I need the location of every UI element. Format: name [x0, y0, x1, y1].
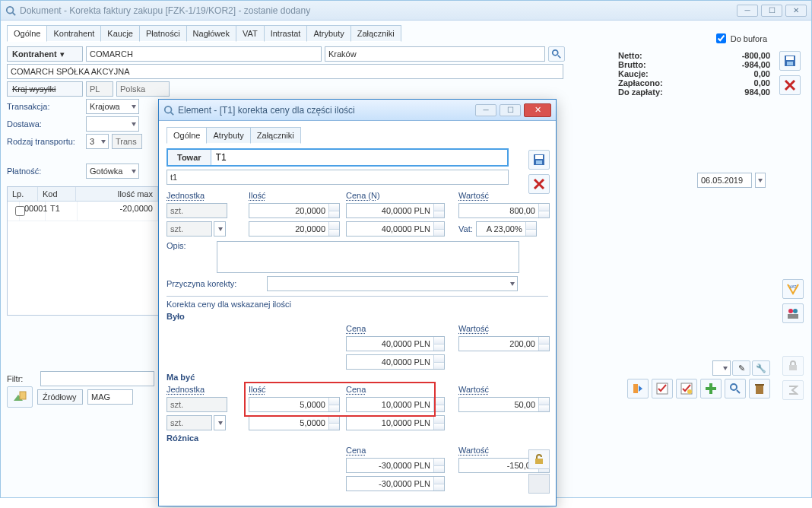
do-bufora-checkbox[interactable]: Do bufora — [713, 31, 767, 46]
towar-sub-input[interactable]: t1 — [167, 170, 509, 185]
tab-vat[interactable]: VAT — [236, 25, 265, 42]
mb-ilosc1[interactable]: 5,0000 — [249, 397, 340, 412]
filtr-input[interactable] — [40, 371, 154, 386]
dostawa-select[interactable] — [86, 116, 139, 132]
unlock-icon[interactable] — [528, 449, 550, 469]
mb-jedn2-dd[interactable] — [214, 415, 226, 430]
dlg-tab-atrybuty[interactable]: Atrybuty — [206, 127, 250, 144]
mb-wart1[interactable]: 50,00 — [458, 397, 550, 412]
trash-icon[interactable] — [749, 379, 770, 398]
kaucje-value: 0,00 — [754, 69, 770, 78]
doc-icon-btn[interactable] — [7, 386, 33, 408]
dialog-right-toolbar — [528, 150, 550, 194]
zaplacono-value: 0,00 — [754, 78, 770, 87]
list-check-icon[interactable] — [652, 379, 673, 398]
mb-cena2[interactable]: 10,0000 PLN — [346, 415, 445, 430]
svg-rect-9 — [20, 392, 26, 399]
minimize-button[interactable]: ─ — [737, 5, 758, 17]
tab-platnosci[interactable]: Płatności — [139, 25, 187, 42]
netto-label: Netto: — [618, 51, 642, 60]
col-ilosc: Ilość max — [76, 187, 158, 201]
totals-panel: Netto:-800,00 Brutto:-984,00 Kaucje:0,00… — [618, 51, 770, 97]
vat-icon[interactable]: VAT — [782, 279, 804, 299]
section-korekta-label: Korekta ceny dla wskazanej ilości — [167, 300, 548, 309]
date-input[interactable]: 06.05.2019 — [697, 173, 752, 188]
list-check2-icon[interactable] — [676, 379, 697, 398]
dlg-tab-zalaczniki[interactable]: Załączniki — [250, 127, 301, 144]
dialog-cancel-button[interactable] — [528, 174, 550, 194]
lock-icon[interactable] — [782, 356, 804, 376]
cena2[interactable]: 40,0000 PLN — [346, 221, 445, 237]
dlg-tab-ogolne[interactable]: Ogólne — [167, 127, 207, 144]
gray-square-button[interactable] — [528, 474, 550, 494]
svg-point-13 — [687, 389, 692, 394]
mag-input[interactable]: MAG — [87, 389, 133, 405]
ilosc2[interactable]: 20,0000 — [249, 221, 340, 237]
date-dropdown[interactable] — [755, 173, 766, 188]
table-row[interactable]: 00001 T1 -20,0000 — [8, 202, 158, 221]
tab-naglowek[interactable]: Nagłówek — [186, 25, 236, 42]
kraj-code: PL — [86, 81, 113, 97]
platnosc-select[interactable]: Gotówka — [86, 164, 139, 179]
bylo-wart1[interactable]: 200,00 — [458, 336, 550, 351]
platnosc-label: Płatność: — [7, 167, 83, 176]
kraj-wysylki-button[interactable]: Kraj wysyłki — [7, 81, 83, 97]
rz-cena2[interactable]: -30,0000 PLN — [346, 476, 445, 491]
filtr-label: Filtr: — [7, 374, 37, 383]
sigma-icon[interactable] — [782, 380, 804, 400]
rodzaj-select[interactable]: 3 — [86, 134, 109, 149]
vat-field[interactable]: A 23,00% — [476, 221, 537, 237]
items-grid[interactable]: Lp. Kod Ilość max 00001 T1 -20,0000 — [7, 186, 159, 316]
filter-edit-icon[interactable]: ✎ — [732, 360, 750, 376]
search-icon[interactable] — [725, 379, 746, 398]
maximize-button[interactable]: ☐ — [761, 5, 782, 17]
svg-point-25 — [165, 106, 172, 113]
mb-jedn-lbl: Jednostka — [167, 385, 243, 394]
opis-textarea[interactable] — [217, 241, 519, 273]
jedn2-dd[interactable] — [214, 221, 226, 237]
tab-intrastat[interactable]: Intrastat — [264, 25, 308, 42]
mabyc-title: Ma być — [167, 373, 548, 382]
kontrahent-full-input[interactable]: COMARCH SPÓŁKA AKCYJNA — [7, 64, 563, 79]
ilosc1[interactable]: 20,0000 — [249, 203, 340, 218]
element-dialog: Element - [T1] korekta ceny dla części i… — [158, 99, 557, 506]
netto-value: -800,00 — [742, 51, 770, 60]
tab-kaucje[interactable]: Kaucje — [100, 25, 140, 42]
tab-ogolne[interactable]: Ogólne — [7, 25, 47, 42]
mb-cena1[interactable]: 10,0000 PLN — [346, 397, 445, 412]
kontrahent-code-input[interactable]: COMARCH — [86, 46, 322, 62]
dialog-save-button[interactable] — [528, 150, 550, 170]
zrodlowy-button[interactable]: Źródłowy — [37, 389, 83, 405]
transakcja-select[interactable]: Krajowa — [86, 99, 139, 114]
cena1[interactable]: 40,0000 PLN — [346, 203, 445, 218]
towar-button[interactable]: Towar — [168, 150, 211, 165]
dialog-minimize[interactable]: ─ — [475, 104, 496, 116]
filter-tool-icon[interactable]: 🔧 — [752, 360, 770, 376]
action-orange-icon[interactable] — [627, 379, 649, 398]
tab-atrybuty[interactable]: Atrybuty — [306, 25, 350, 42]
rz-cena1[interactable]: -30,0000 PLN — [346, 458, 445, 473]
add-icon[interactable] — [700, 379, 722, 398]
kontrahent-city-input[interactable]: Kraków — [325, 46, 545, 62]
towar-input[interactable] — [211, 150, 507, 165]
close-button[interactable]: ✕ — [785, 5, 807, 17]
tab-zalaczniki[interactable]: Załączniki — [350, 25, 401, 42]
filter-dropdown[interactable] — [712, 360, 731, 376]
svg-rect-32 — [535, 459, 543, 464]
bylo-cena2[interactable]: 40,0000 PLN — [346, 354, 445, 370]
mb-ilosc2[interactable]: 5,0000 — [249, 415, 340, 430]
bylo-cena1[interactable]: 40,0000 PLN — [346, 336, 445, 351]
towar-row: Towar — [167, 148, 509, 167]
save-button[interactable] — [779, 51, 801, 71]
users-icon[interactable] — [782, 303, 804, 323]
dialog-maximize[interactable]: ☐ — [500, 104, 521, 116]
kontrahent-button[interactable]: Kontrahent▾ — [7, 46, 83, 62]
do-bufora-check[interactable] — [716, 33, 726, 43]
kontrahent-search-icon[interactable] — [548, 46, 565, 62]
delete-button[interactable] — [779, 75, 801, 95]
wart1[interactable]: 800,00 — [458, 203, 550, 218]
side-toolbar — [776, 51, 804, 95]
tab-kontrahent[interactable]: Kontrahent — [46, 25, 101, 42]
dialog-close[interactable]: ✕ — [524, 103, 551, 117]
przyczyna-select[interactable] — [267, 276, 518, 291]
